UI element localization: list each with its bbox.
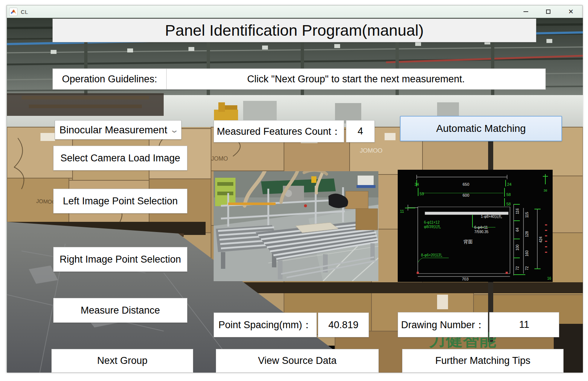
app-canvas: JOMO JOMO JOMOO JOMOO <box>7 18 583 373</box>
close-icon: ✕ <box>568 8 573 15</box>
window-controls: ✕ <box>514 5 582 18</box>
measured-features-value: 4 <box>346 120 375 142</box>
operation-guidelines-row: Operation Guidelines: Click "Next Group"… <box>52 68 546 90</box>
svg-text:64: 64 <box>515 227 519 232</box>
svg-text:72: 72 <box>525 266 529 270</box>
chevron-down-icon: ⌄ <box>170 125 179 135</box>
point-spacing-label: Point Spacing(mm)： <box>214 313 317 337</box>
svg-text:8-φ6×20沉孔: 8-φ6×20沉孔 <box>421 253 442 257</box>
svg-text:59: 59 <box>420 192 424 196</box>
title-bar: CL ✕ <box>7 5 582 18</box>
operation-guidelines-message: Click "Next Group" to start the next mea… <box>167 68 546 90</box>
svg-text:背面: 背面 <box>463 239 473 244</box>
maximize-icon <box>546 9 550 14</box>
svg-text:11: 11 <box>400 209 404 213</box>
minimize-icon <box>523 11 528 12</box>
svg-text:24: 24 <box>507 182 511 186</box>
svg-text:115: 115 <box>525 212 529 218</box>
svg-text:600: 600 <box>463 193 469 197</box>
further-matching-tips-button[interactable]: Further Matching Tips <box>402 349 564 373</box>
svg-text:424: 424 <box>539 236 543 243</box>
box-brand-text: JOMO <box>211 156 228 162</box>
svg-text:58: 58 <box>506 192 511 197</box>
svg-text:7/590.35: 7/590.35 <box>474 230 488 234</box>
measured-features-label: Measured Features Count： <box>214 120 344 142</box>
measurement-mode-dropdown[interactable]: Binocular Measurement ⌄ <box>55 120 182 140</box>
left-image-point-selection-button[interactable]: Left Image Point Selection <box>53 189 187 213</box>
svg-text:16: 16 <box>547 276 552 280</box>
minimize-button[interactable] <box>514 5 537 18</box>
close-button[interactable]: ✕ <box>560 5 582 18</box>
drawing-number-value: 11 <box>489 312 559 337</box>
page-title-text: Panel Identification Program(manual) <box>165 21 424 39</box>
svg-text:72: 72 <box>515 266 519 270</box>
matlab-icon <box>9 8 17 16</box>
app-window: CL ✕ <box>7 5 583 372</box>
svg-text:38: 38 <box>544 189 547 192</box>
figure-page: CL ✕ <box>0 0 588 381</box>
measurement-mode-value: Binocular Measurement <box>59 124 167 136</box>
svg-text:58: 58 <box>506 202 511 206</box>
measure-distance-button[interactable]: Measure Distance <box>53 298 187 323</box>
point-spacing-value: 40.819 <box>318 313 369 337</box>
svg-text:128: 128 <box>525 231 529 237</box>
svg-text:6-φ11×12: 6-φ11×12 <box>424 220 440 224</box>
select-camera-load-image-button[interactable]: Select Camera Load Image <box>53 146 187 170</box>
maximize-button[interactable] <box>537 5 560 18</box>
svg-text:116: 116 <box>515 208 519 214</box>
green-machine <box>215 178 235 206</box>
svg-text:160: 160 <box>525 250 529 256</box>
operation-guidelines-label: Operation Guidelines: <box>52 68 167 90</box>
svg-text:34: 34 <box>414 182 419 186</box>
next-group-button[interactable]: Next Group <box>51 349 193 373</box>
drawing-number-label: Drawing Number： <box>398 312 488 337</box>
window-title: CL <box>21 9 28 15</box>
svg-text:703: 703 <box>462 277 468 281</box>
svg-text:650: 650 <box>463 182 469 186</box>
svg-text:100: 100 <box>515 244 519 251</box>
box-brand-text: JOMOO <box>360 147 382 154</box>
view-source-data-button[interactable]: View Source Data <box>216 349 379 373</box>
page-title: Panel Identification Program(manual) <box>52 19 536 42</box>
cad-drawing-view: 34 59 650 600 24 58 58 11 1-φ8×40沉孔 6-φ1… <box>398 170 553 282</box>
svg-text:φ8/39沉孔: φ8/39沉孔 <box>424 225 441 229</box>
svg-text:1-φ8×40沉孔: 1-φ8×40沉孔 <box>481 215 502 219</box>
camera-image-view <box>214 171 378 281</box>
right-image-point-selection-button[interactable]: Right Image Point Selection <box>53 247 187 272</box>
svg-text:6-φ4×11: 6-φ4×11 <box>474 225 488 229</box>
automatic-matching-button[interactable]: Automatic Matching <box>400 116 562 141</box>
